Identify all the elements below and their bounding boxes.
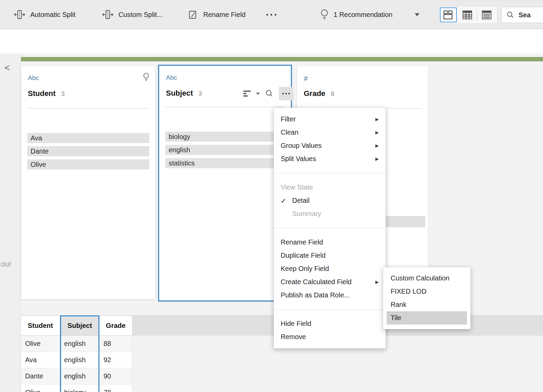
- menu-label: Publish as Data Role...: [281, 291, 350, 299]
- search-icon: [506, 11, 514, 19]
- automatic-split-label: Automatic Split: [30, 11, 75, 19]
- rename-field-button[interactable]: Rename Field: [187, 0, 246, 29]
- value-bar[interactable]: Ava: [27, 133, 149, 143]
- sort-icon[interactable]: [243, 91, 251, 97]
- custom-split-button[interactable]: Custom Split...: [102, 0, 163, 29]
- submenu-item-fixed-lod[interactable]: FIXED LOD: [383, 285, 470, 298]
- lightbulb-icon[interactable]: [143, 72, 149, 82]
- value-bar[interactable]: statistics: [165, 158, 285, 168]
- ellipsis-icon: [266, 14, 276, 16]
- field-type-abc: Abc: [28, 74, 39, 82]
- table-row[interactable]: Olive english 88: [21, 336, 132, 352]
- cell-grade: 90: [99, 368, 132, 384]
- menu-item-summary[interactable]: Summary: [274, 207, 386, 220]
- profile-view-button[interactable]: [440, 7, 457, 22]
- toolbar: Automatic Split Custom Split... Rename F…: [0, 0, 543, 29]
- menu-item-filter[interactable]: Filter ▶: [274, 113, 386, 126]
- menu-item-duplicate-field[interactable]: Duplicate Field: [274, 249, 386, 262]
- cell-subject: english: [60, 368, 99, 384]
- field-name: Grade: [304, 89, 325, 98]
- recommendation-button[interactable]: 1 Recommendation: [320, 0, 392, 29]
- field-type-abc: Abc: [166, 74, 177, 81]
- menu-item-detail[interactable]: ✓ Detail: [274, 194, 386, 207]
- value-bar[interactable]: Dante: [27, 146, 149, 156]
- chevron-down-icon[interactable]: [256, 93, 260, 95]
- cell-grade: 88: [99, 336, 132, 352]
- custom-split-label: Custom Split...: [118, 11, 163, 19]
- profile-view-icon: [443, 10, 454, 20]
- toggle-separator: [477, 9, 477, 21]
- grid-column-header-student[interactable]: Student: [21, 315, 60, 336]
- field-card-subject[interactable]: Abc Subject 3 biology english statistics: [158, 65, 292, 301]
- cell-student: Olive: [21, 336, 60, 352]
- submenu-item-rank[interactable]: Rank: [383, 298, 470, 311]
- menu-label: Hide Field: [281, 320, 311, 328]
- clipped-rail-text: our: [1, 260, 12, 269]
- collapse-pane-button[interactable]: <: [4, 62, 10, 73]
- submenu-arrow-icon: ▶: [375, 279, 379, 285]
- divider: [165, 107, 285, 107]
- table-row[interactable]: Olive biology 78: [21, 385, 132, 392]
- rename-pencil-icon: [187, 9, 198, 20]
- field-card-student[interactable]: Abc Student 3 Ava Dante Olive: [21, 66, 155, 299]
- table-row[interactable]: Dante english 90: [21, 368, 132, 385]
- menu-separator: [274, 309, 386, 310]
- chevron-left-icon: <: [4, 62, 10, 73]
- menu-label: Split Values: [281, 155, 316, 163]
- menu-item-group-values[interactable]: Group Values ▶: [274, 139, 386, 152]
- field-context-menu: Filter ▶ Clean ▶ Group Values ▶ Split Va…: [274, 107, 386, 349]
- menu-separator: [274, 228, 386, 228]
- automatic-split-button[interactable]: Automatic Split: [14, 0, 75, 29]
- menu-label: Duplicate Field: [281, 252, 325, 259]
- value-bar[interactable]: biology: [165, 132, 285, 142]
- table-row[interactable]: Ava english 92: [21, 352, 132, 368]
- toolbar-overflow-button[interactable]: [266, 0, 276, 29]
- search-icon[interactable]: [265, 89, 274, 98]
- cell-student: Ava: [21, 352, 60, 368]
- submenu-arrow-icon: ▶: [375, 156, 379, 161]
- menu-item-remove[interactable]: Remove: [274, 330, 386, 344]
- menu-label: Filter: [281, 115, 296, 123]
- submenu-item-custom-calculation[interactable]: Custom Calculation: [383, 272, 470, 285]
- menu-label: Clean: [281, 129, 298, 136]
- menu-label: Remove: [281, 333, 306, 341]
- grid-column-header-grade[interactable]: Grade: [99, 315, 132, 336]
- menu-label: Keep Only Field: [281, 265, 329, 273]
- field-name: Subject: [166, 89, 193, 98]
- field-name: Student: [28, 89, 56, 98]
- data-grid-view-button[interactable]: [459, 7, 476, 22]
- menu-item-clean[interactable]: Clean ▶: [274, 126, 386, 139]
- value-bar[interactable]: Olive: [27, 159, 149, 170]
- menu-item-rename-field[interactable]: Rename Field: [274, 236, 386, 249]
- submenu-arrow-icon: ▶: [375, 143, 379, 148]
- value-bar[interactable]: english: [165, 145, 285, 155]
- rename-field-label: Rename Field: [203, 11, 246, 19]
- menu-item-publish-as-data-role[interactable]: Publish as Data Role...: [274, 289, 386, 302]
- more-options-button[interactable]: [279, 87, 293, 100]
- menu-item-create-calculated-field[interactable]: Create Calculated Field ▶: [274, 275, 386, 289]
- menu-label: Detail: [292, 197, 310, 204]
- cell-grade: 92: [99, 352, 132, 368]
- list-view-button[interactable]: [478, 7, 495, 22]
- list-view-icon: [481, 10, 492, 20]
- cell-subject: biology: [60, 385, 99, 392]
- field-count: 3: [198, 90, 202, 97]
- lightbulb-icon: [320, 9, 329, 20]
- grid-column-header-subject[interactable]: Subject: [60, 315, 99, 336]
- cell-student: Dante: [21, 368, 60, 384]
- menu-header-view-state: View State: [274, 181, 386, 194]
- search-input[interactable]: Sea: [501, 7, 543, 23]
- menu-label: Group Values: [281, 142, 322, 150]
- field-type-number: #: [304, 74, 308, 83]
- menu-item-keep-only-field[interactable]: Keep Only Field: [274, 262, 386, 275]
- data-grid-view-icon: [462, 10, 473, 20]
- grid-rows: Olive english 88 Ava english 92 Dante en…: [21, 336, 132, 392]
- menu-item-hide-field[interactable]: Hide Field: [274, 317, 386, 330]
- menu-label: Rename Field: [281, 238, 323, 246]
- menu-separator: [274, 173, 386, 173]
- recommendation-dropdown[interactable]: [415, 0, 419, 29]
- submenu-item-tile[interactable]: Tile: [387, 311, 467, 325]
- cell-grade: 78: [99, 385, 132, 392]
- menu-item-split-values[interactable]: Split Values ▶: [274, 152, 386, 165]
- cell-subject: english: [60, 352, 99, 368]
